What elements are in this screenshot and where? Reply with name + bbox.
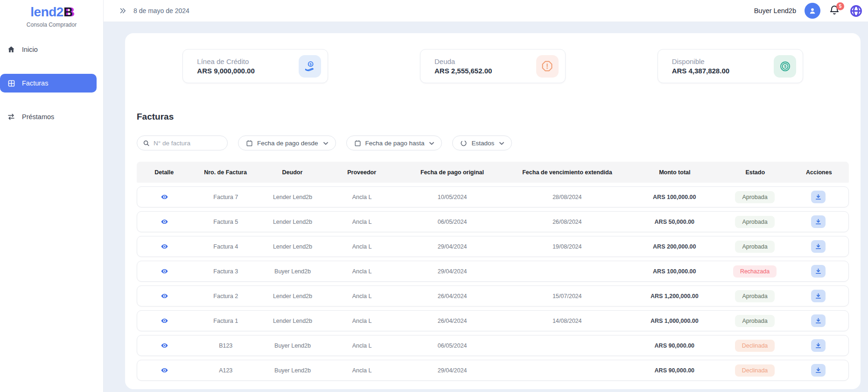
avatar-icon[interactable] xyxy=(805,3,820,19)
table-body: Factura 7Lender Lend2bAncla L10/05/20242… xyxy=(137,186,849,381)
status-badge: Aprobada xyxy=(735,241,774,253)
alert-octagon-icon xyxy=(536,55,559,78)
debtor-cell: Lender Lend2b xyxy=(259,219,326,225)
chevron-down-icon xyxy=(499,140,504,147)
bell-icon[interactable]: 5 xyxy=(829,5,841,17)
download-button[interactable] xyxy=(811,290,826,302)
credit-line-card: Línea de Crédito ARS 9,000,000.00 $ xyxy=(182,49,328,83)
states-filter[interactable]: Estados xyxy=(452,135,512,150)
original-date-cell: 29/04/2024 xyxy=(398,367,506,374)
invoice-number: Factura 7 xyxy=(192,194,259,200)
column-header: Nro. de Factura xyxy=(192,169,259,176)
invoice-search xyxy=(137,135,228,150)
calendar-icon xyxy=(354,140,361,147)
table-row: A123Buyer Lend2bAncla L29/04/2024ARS 90,… xyxy=(137,360,849,381)
status-badge: Declinada xyxy=(735,364,775,377)
status-badge: Aprobada xyxy=(735,191,774,203)
sidebar-item-prestamos[interactable]: Préstamos xyxy=(0,107,97,126)
view-detail-button[interactable] xyxy=(161,366,168,374)
provider-cell: Ancla L xyxy=(326,243,398,250)
view-detail-button[interactable] xyxy=(161,193,168,201)
original-date-cell: 06/05/2024 xyxy=(398,219,506,225)
debtor-cell: Lender Lend2b xyxy=(259,318,326,324)
provider-cell: Ancla L xyxy=(326,268,398,275)
extended-date-cell: 19/08/2024 xyxy=(506,243,628,250)
download-button[interactable] xyxy=(811,215,826,228)
invoice-number: B123 xyxy=(192,342,259,349)
eye-icon xyxy=(161,292,168,300)
download-icon xyxy=(815,243,822,250)
brand-logo: lend2B Consola Comprador xyxy=(0,0,103,28)
eye-icon xyxy=(161,366,168,374)
content-background: Línea de Crédito ARS 9,000,000.00 $ Deud… xyxy=(104,22,868,392)
invoice-number: Factura 2 xyxy=(192,293,259,299)
eye-icon xyxy=(161,267,168,275)
original-date-cell: 10/05/2024 xyxy=(398,194,506,200)
column-header: Monto total xyxy=(628,169,721,176)
invoice-number: A123 xyxy=(192,367,259,374)
amount-cell: ARS 100,000.00 xyxy=(628,268,721,275)
sidebar-nav: Inicio Facturas Préstamos xyxy=(0,40,103,126)
sidebar-item-inicio[interactable]: Inicio xyxy=(0,40,97,59)
status-circle-icon xyxy=(460,140,467,147)
view-detail-button[interactable] xyxy=(161,342,168,349)
view-detail-button[interactable] xyxy=(161,218,168,226)
extended-date-cell: 15/07/2024 xyxy=(506,293,628,299)
download-button[interactable] xyxy=(811,339,826,352)
download-icon xyxy=(815,317,822,324)
eye-icon xyxy=(161,342,168,349)
provider-cell: Ancla L xyxy=(326,318,398,324)
topbar: 8 de mayo de 2024 Buyer Lend2b 5 xyxy=(104,0,868,22)
view-detail-button[interactable] xyxy=(161,292,168,300)
table-header: DetalleNro. de FacturaDeudorProveedorFec… xyxy=(137,162,849,183)
table-row: Factura 4Lender Lend2bAncla L29/04/20241… xyxy=(137,236,849,257)
status-badge: Rechazada xyxy=(733,265,777,278)
coins-icon: $ xyxy=(774,55,796,78)
amount-cell: ARS 90,000.00 xyxy=(628,342,721,349)
invoice-number: Factura 1 xyxy=(192,318,259,324)
page-title: Facturas xyxy=(137,112,849,122)
sidebar-item-label: Préstamos xyxy=(22,113,54,121)
download-icon xyxy=(815,292,822,299)
table-row: Factura 3Buyer Lend2bAncla L29/04/2024AR… xyxy=(137,261,849,282)
sidebar: lend2B Consola Comprador Inicio Facturas… xyxy=(0,0,104,392)
date-to-filter[interactable]: Fecha de pago hasta xyxy=(346,135,442,150)
status-badge: Aprobada xyxy=(735,290,774,302)
stat-label: Deuda xyxy=(434,57,536,65)
invoice-number: Factura 4 xyxy=(192,243,259,250)
column-header: Detalle xyxy=(137,169,192,176)
download-button[interactable] xyxy=(811,314,826,327)
table-row: Factura 7Lender Lend2bAncla L10/05/20242… xyxy=(137,186,849,207)
original-date-cell: 06/05/2024 xyxy=(398,342,506,349)
sidebar-item-facturas[interactable]: Facturas xyxy=(0,74,97,93)
stat-label: Disponible xyxy=(672,57,774,65)
date-from-filter[interactable]: Fecha de pago desde xyxy=(238,135,336,150)
globe-icon[interactable] xyxy=(849,4,863,18)
download-button[interactable] xyxy=(811,265,826,278)
table-row: B123Buyer Lend2bAncla L06/05/2024ARS 90,… xyxy=(137,335,849,356)
status-badge: Aprobada xyxy=(735,216,774,228)
download-button[interactable] xyxy=(811,240,826,253)
user-name: Buyer Lend2b xyxy=(754,7,796,14)
column-header: Fecha de vencimiento extendida xyxy=(506,169,628,176)
available-card: Disponible ARS 4,387,828.00 $ xyxy=(658,49,803,83)
view-detail-button[interactable] xyxy=(161,242,168,250)
svg-text:$: $ xyxy=(310,62,312,66)
chevron-down-icon xyxy=(323,140,328,147)
provider-cell: Ancla L xyxy=(326,219,398,225)
search-input[interactable] xyxy=(154,140,222,147)
filter-bar: Fecha de pago desde Fecha de pago hasta xyxy=(137,135,849,150)
collapse-chevrons-icon[interactable] xyxy=(119,7,127,15)
view-detail-button[interactable] xyxy=(161,267,168,275)
download-button[interactable] xyxy=(811,191,826,203)
invoice-number: Factura 5 xyxy=(192,219,259,225)
original-date-cell: 29/04/2024 xyxy=(398,243,506,250)
stat-value: ARS 4,387,828.00 xyxy=(672,67,774,75)
extended-date-cell: 28/08/2024 xyxy=(506,194,628,200)
view-detail-button[interactable] xyxy=(161,317,168,325)
sidebar-item-label: Inicio xyxy=(22,46,38,53)
download-icon xyxy=(815,342,822,349)
amount-cell: ARS 50,000.00 xyxy=(628,219,721,225)
download-button[interactable] xyxy=(811,364,826,377)
amount-cell: ARS 100,000.00 xyxy=(628,194,721,200)
